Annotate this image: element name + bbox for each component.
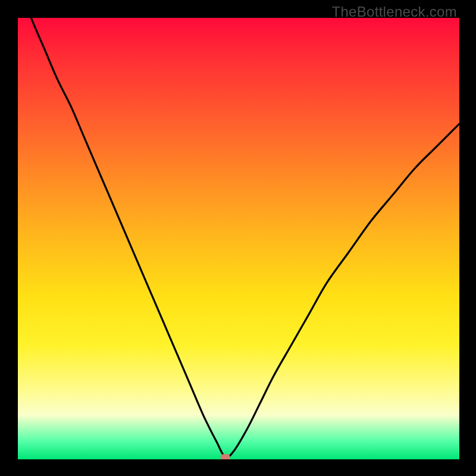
bottleneck-chart: TheBottleneck.com xyxy=(0,0,476,476)
curve-line xyxy=(18,18,459,458)
optimal-point-marker xyxy=(221,454,230,459)
bottleneck-curve xyxy=(18,18,459,459)
plot-area xyxy=(18,18,459,459)
